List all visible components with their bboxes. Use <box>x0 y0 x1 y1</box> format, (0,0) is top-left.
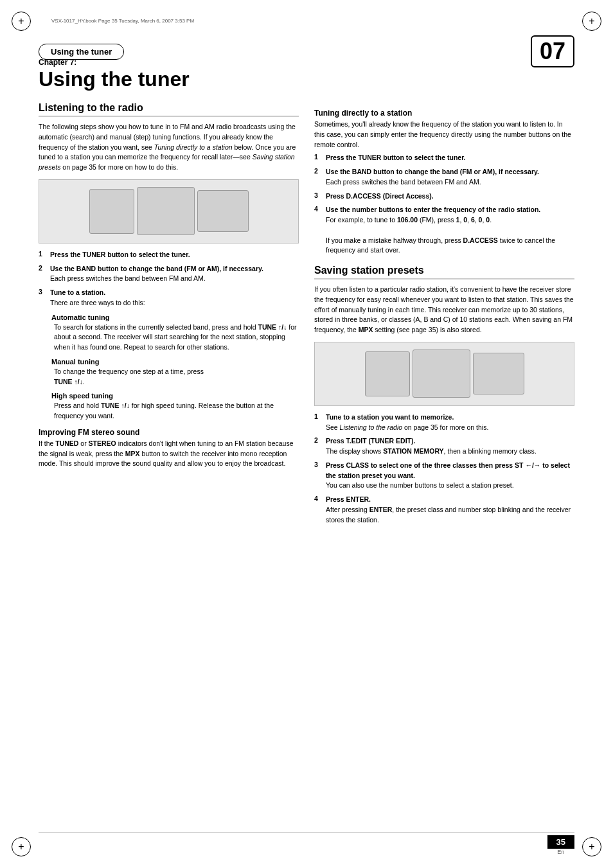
saving-step-num-3: 3 <box>314 461 322 491</box>
step-num-2: 2 <box>39 264 46 285</box>
improving-heading: Improving FM stereo sound <box>39 428 299 437</box>
auto-tuning-text: To search for stations in the currently … <box>46 323 299 353</box>
header-tab: Using the tuner <box>39 44 124 60</box>
saving-step-content-3: Press CLASS to select one of the three c… <box>326 461 574 491</box>
saving-step-2: 2 Press T.EDIT (TUNER EDIT). The display… <box>314 436 574 457</box>
corner-mark-tr <box>582 12 601 31</box>
listening-intro: The following steps show you how to tune… <box>39 122 299 173</box>
page-lang: En <box>557 849 564 855</box>
right-step-1: 1 Press the TUNER button to select the t… <box>314 153 574 163</box>
corner-mark-tl <box>12 12 31 31</box>
listening-heading: Listening to the radio <box>39 102 299 117</box>
step-num-3: 3 <box>39 288 46 308</box>
manual-tuning-text: To change the frequency one step at a ti… <box>46 367 299 387</box>
right-step-num-3: 3 <box>314 191 322 202</box>
saving-step-num-4: 4 <box>314 495 322 525</box>
right-step-2: 2 Use the BAND button to change the band… <box>314 167 574 188</box>
tuning-directly-heading: Tuning directly to a station <box>314 109 574 118</box>
main-content: Chapter 7: Using the tuner Listening to … <box>39 58 574 829</box>
page: VSX-1017_HY.book Page 35 Tuesday, March … <box>0 0 613 868</box>
page-number: 35 <box>547 835 574 849</box>
bottom-divider <box>39 832 574 833</box>
chapter-label: Chapter 7: <box>39 58 574 67</box>
left-step-1: 1 Press the TUNER button to select the t… <box>39 250 299 260</box>
saving-step-content-1: Tune to a station you want to memorize. … <box>326 412 574 433</box>
chapter-title: Using the tuner <box>39 68 574 91</box>
device-image-right <box>314 342 574 406</box>
right-step-content-1: Press the TUNER button to select the tun… <box>326 153 574 163</box>
small-print: VSX-1017_HY.book Page 35 Tuesday, March … <box>51 18 194 24</box>
left-step-3: 3 Tune to a station. There are three way… <box>39 288 299 308</box>
page-number-area: 35 En <box>547 835 574 855</box>
auto-tuning-heading: Automatic tuning <box>46 314 299 321</box>
right-step-3: 3 Press D.ACCESS (Direct Access). <box>314 191 574 202</box>
right-step-num-1: 1 <box>314 153 322 163</box>
high-speed-text: Press and hold TUNE ↑/↓ for high speed t… <box>46 401 299 421</box>
right-step-num-2: 2 <box>314 167 322 188</box>
device-image-left <box>39 179 299 244</box>
left-column: Listening to the radio The following ste… <box>39 102 299 529</box>
manual-tuning-heading: Manual tuning <box>46 358 299 366</box>
sub-tuning-methods: Automatic tuning To search for stations … <box>39 314 299 421</box>
saving-heading: Saving station presets <box>314 265 574 279</box>
saving-step-4: 4 Press ENTER. After pressing ENTER, the… <box>314 495 574 525</box>
saving-step-1: 1 Tune to a station you want to memorize… <box>314 412 574 433</box>
right-column: Tuning directly to a station Sometimes, … <box>314 102 574 529</box>
saving-step-3: 3 Press CLASS to select one of the three… <box>314 461 574 491</box>
step-content-2: Use the BAND button to change the band (… <box>50 264 299 285</box>
improving-text: If the TUNED or STEREO indicators don't … <box>39 439 299 469</box>
high-speed-heading: High speed tuning <box>46 392 299 400</box>
corner-mark-br <box>582 837 601 856</box>
step-content-3: Tune to a station. There are three ways … <box>50 288 299 308</box>
right-step-content-4: Use the number buttons to enter the freq… <box>326 205 574 256</box>
right-step-num-4: 4 <box>314 205 322 256</box>
saving-step-content-4: Press ENTER. After pressing ENTER, the p… <box>326 495 574 525</box>
corner-mark-bl <box>12 837 31 856</box>
saving-step-num-1: 1 <box>314 412 322 433</box>
right-step-content-2: Use the BAND button to change the band (… <box>326 167 574 188</box>
two-column-layout: Listening to the radio The following ste… <box>39 102 574 529</box>
right-step-4: 4 Use the number buttons to enter the fr… <box>314 205 574 256</box>
left-step-2: 2 Use the BAND button to change the band… <box>39 264 299 285</box>
step-content-1: Press the TUNER button to select the tun… <box>50 250 299 260</box>
saving-intro: If you often listen to a particular radi… <box>314 285 574 335</box>
right-step-content-3: Press D.ACCESS (Direct Access). <box>326 191 574 202</box>
saving-step-content-2: Press T.EDIT (TUNER EDIT). The display s… <box>326 436 574 457</box>
tuning-directly-intro: Sometimes, you'll already know the frequ… <box>314 120 574 150</box>
saving-step-num-2: 2 <box>314 436 322 457</box>
step-num-1: 1 <box>39 250 46 260</box>
